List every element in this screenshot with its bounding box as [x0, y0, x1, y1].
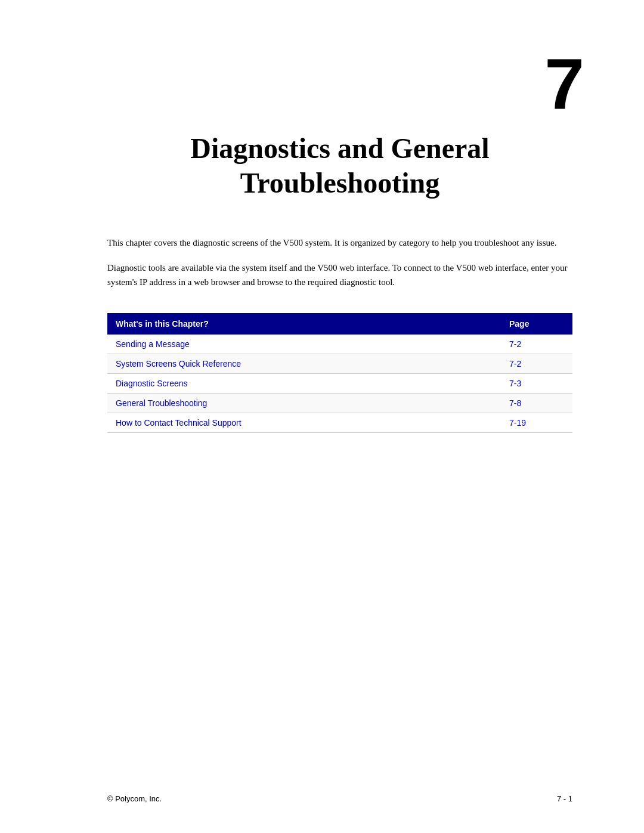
page: 7 Diagnostics and General Troubleshootin…: [0, 0, 644, 833]
chapter-title-line2: Troubleshooting: [240, 167, 439, 199]
chapter-title-line1: Diagnostics and General: [190, 132, 489, 164]
table-cell-page[interactable]: 7-19: [501, 413, 572, 433]
table-row: How to Contact Technical Support7-19: [107, 413, 572, 433]
contents-table: What's in this Chapter? Page Sending a M…: [107, 313, 572, 433]
table-row: General Troubleshooting7-8: [107, 394, 572, 413]
table-body: Sending a Message7-2System Screens Quick…: [107, 335, 572, 433]
chapter-title: Diagnostics and General Troubleshooting: [107, 131, 572, 200]
table-cell-page[interactable]: 7-2: [501, 335, 572, 354]
table-cell-topic[interactable]: System Screens Quick Reference: [107, 354, 501, 374]
table-cell-page[interactable]: 7-2: [501, 354, 572, 374]
table-cell-topic[interactable]: General Troubleshooting: [107, 394, 501, 413]
intro-paragraph-1: This chapter covers the diagnostic scree…: [107, 236, 572, 250]
table-row: System Screens Quick Reference7-2: [107, 354, 572, 374]
table-header: What's in this Chapter? Page: [107, 313, 572, 335]
table-row: Sending a Message7-2: [107, 335, 572, 354]
chapter-number: 7: [107, 48, 584, 119]
footer-page-number: 7 - 1: [557, 794, 572, 803]
table-row: Diagnostic Screens7-3: [107, 374, 572, 394]
table-cell-topic[interactable]: How to Contact Technical Support: [107, 413, 501, 433]
intro-paragraph-2: Diagnostic tools are available via the s…: [107, 261, 572, 289]
table-cell-topic[interactable]: Diagnostic Screens: [107, 374, 501, 394]
table-cell-topic[interactable]: Sending a Message: [107, 335, 501, 354]
table-cell-page[interactable]: 7-8: [501, 394, 572, 413]
col-header-topic: What's in this Chapter?: [107, 313, 501, 335]
footer: © Polycom, Inc. 7 - 1: [0, 794, 644, 803]
table-cell-page[interactable]: 7-3: [501, 374, 572, 394]
col-header-page: Page: [501, 313, 572, 335]
footer-copyright: © Polycom, Inc.: [107, 794, 162, 803]
